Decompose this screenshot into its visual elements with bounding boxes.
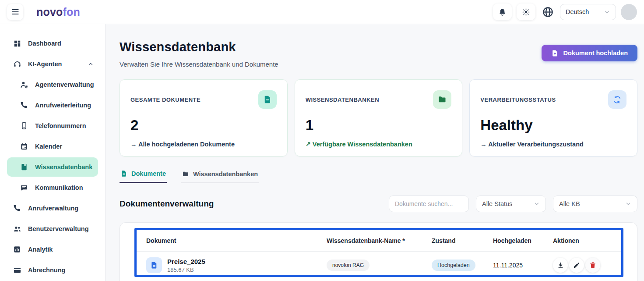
top-header: novofon Deutsch — [0, 0, 644, 24]
theme-toggle-button[interactable] — [517, 4, 535, 20]
phone-icon — [20, 101, 29, 109]
stat-card-knowledge-bases: WISSENSDATENBANKEN 1 ↗ Verfügbare Wissen… — [295, 79, 463, 157]
phone-icon — [13, 204, 22, 212]
uploaded-date: 11.11.2025 — [493, 262, 553, 269]
user-gear-icon — [20, 81, 29, 89]
download-button[interactable] — [553, 258, 568, 273]
table-row[interactable]: Preise_2025 185.67 KB novofon RAG Hochge… — [137, 252, 621, 277]
notifications-button[interactable] — [493, 4, 512, 20]
document-icon — [120, 170, 127, 177]
sidebar-item-label: Wissensdatenbank — [35, 164, 92, 171]
sidebar-item-label: Anrufverwaltung — [28, 205, 78, 212]
stat-label: GESAMTE DOKUMENTE — [130, 96, 277, 103]
edit-button[interactable] — [569, 258, 584, 273]
status-filter-value: Alle Status — [482, 200, 512, 207]
sidebar-item-kalender[interactable]: Kalender — [7, 137, 98, 156]
calendar-icon — [20, 142, 29, 150]
status-badge: Hochgeladen — [432, 260, 475, 271]
dashboard-grid-icon — [13, 39, 22, 48]
sidebar-item-label: KI-Agenten — [28, 60, 62, 68]
tab-wissensdatenbanken[interactable]: Wissensdatenbanken — [181, 170, 259, 183]
sidebar-item-label: Telefonnummern — [35, 122, 86, 129]
stat-footer-link[interactable]: → Aktueller Verarbeitungszustand — [480, 141, 626, 148]
document-icon — [258, 90, 277, 109]
globe-icon[interactable] — [540, 4, 555, 19]
column-header-dokument: Dokument — [146, 237, 327, 244]
sidebar-item-anrufweiterleitung[interactable]: Anrufweiterleitung — [7, 96, 98, 115]
pencil-icon — [573, 262, 580, 269]
sidebar-nav: Dashboard KI-Agenten Agentenverwaltung A… — [0, 24, 106, 281]
page-subtitle: Verwalten Sie Ihre Wissensdatenbank und … — [120, 60, 278, 68]
language-value: Deutsch — [566, 8, 589, 15]
sidebar-item-analytik[interactable]: Analytik — [7, 240, 98, 259]
documents-table-card: Dokument Wissensdatenbank-Name * Zustand… — [120, 222, 637, 281]
sidebar-item-benutzerverwaltung[interactable]: Benutzerverwaltung — [7, 219, 98, 238]
sidebar-item-agentenverwaltung[interactable]: Agentenverwaltung — [7, 75, 98, 94]
stat-card-documents: GESAMTE DOKUMENTE 2 → Alle hochgeladenen… — [120, 79, 288, 157]
user-avatar[interactable] — [621, 4, 637, 20]
sidebar-item-label: Analytik — [28, 246, 53, 253]
tab-label: Dokumente — [131, 170, 166, 177]
sidebar-item-dashboard[interactable]: Dashboard — [7, 34, 98, 53]
tab-label: Wissensdatenbanken — [193, 171, 258, 178]
sidebar-item-label: Kalender — [35, 143, 62, 150]
sidebar-item-kommunikation[interactable]: Kommunikation — [7, 178, 98, 197]
credit-card-icon — [13, 266, 22, 274]
sidebar-item-label: Benutzerverwaltung — [28, 225, 89, 232]
book-icon — [20, 163, 29, 171]
delete-button[interactable] — [585, 258, 600, 273]
users-icon — [13, 225, 22, 233]
highlighted-table-region: Dokument Wissensdatenbank-Name * Zustand… — [134, 228, 623, 277]
headset-icon — [13, 60, 22, 68]
document-name: Preise_2025 — [167, 258, 205, 265]
document-size: 185.67 KB — [167, 267, 205, 273]
sidebar-item-anrufverwaltung[interactable]: Anrufverwaltung — [7, 199, 98, 218]
tab-dokumente[interactable]: Dokumente — [120, 170, 167, 183]
file-upload-icon — [551, 50, 559, 57]
documents-section-title: Dokumentenverwaltung — [120, 199, 214, 209]
sync-icon — [608, 90, 626, 109]
smartphone-icon — [20, 122, 29, 130]
document-search-input[interactable] — [389, 196, 469, 212]
status-filter-select[interactable]: Alle Status — [476, 196, 546, 212]
file-icon — [146, 257, 162, 273]
stat-footer-link[interactable]: → Alle hochgeladenen Dokumente — [130, 141, 277, 148]
folder-icon — [433, 90, 451, 109]
kb-filter-select[interactable]: Alle KB — [553, 196, 637, 212]
bell-icon — [498, 8, 507, 16]
sidebar-item-telefonnummern[interactable]: Telefonnummern — [7, 116, 98, 135]
column-header-aktionen: Aktionen — [553, 237, 621, 244]
sidebar-item-label: Dashboard — [28, 40, 61, 47]
sidebar-item-label: Agentenverwaltung — [35, 81, 94, 88]
stat-footer-link[interactable]: ↗ Verfügbare Wissensdatenbanken — [306, 141, 452, 148]
stat-label: VERARBEITUNGSSTATUS — [480, 96, 626, 103]
sidebar-item-label: Kommunikation — [35, 184, 83, 191]
page-title: Wissensdatenbank — [120, 40, 278, 54]
logo-part2: fon — [63, 6, 80, 18]
column-header-hochgeladen: Hochgeladen — [493, 237, 553, 244]
column-header-kb-name: Wissensdatenbank-Name * — [327, 237, 432, 244]
stat-value: Healthy — [480, 117, 626, 134]
column-header-zustand: Zustand — [432, 237, 493, 244]
language-selector[interactable]: Deutsch — [560, 4, 616, 20]
sidebar-item-label: Abrechnung — [28, 267, 65, 274]
novofon-logo[interactable]: novofon — [36, 6, 80, 18]
stat-label: WISSENSDATENBANKEN — [306, 96, 452, 103]
chevron-down-icon — [534, 201, 540, 207]
tab-bar: Dokumente Wissensdatenbanken — [120, 170, 637, 183]
chat-icon — [20, 184, 29, 192]
bar-chart-icon — [13, 245, 22, 253]
chevron-down-icon — [625, 201, 631, 207]
chevron-down-icon — [604, 9, 610, 15]
sidebar-item-abrechnung[interactable]: Abrechnung — [7, 260, 98, 280]
stat-card-processing-status: VERARBEITUNGSSTATUS Healthy → Aktueller … — [469, 79, 637, 157]
sidebar-item-wissensdatenbank[interactable]: Wissensdatenbank — [7, 157, 98, 177]
sidebar-item-ki-agenten[interactable]: KI-Agenten — [7, 54, 98, 74]
upload-document-button[interactable]: Dokument hochladen — [542, 45, 637, 61]
menu-icon[interactable] — [7, 4, 23, 20]
upload-button-label: Dokument hochladen — [563, 50, 628, 57]
sidebar-item-label: Anrufweiterleitung — [35, 102, 91, 109]
download-icon — [557, 262, 564, 269]
logo-part1: novo — [36, 6, 63, 18]
kb-filter-value: Alle KB — [559, 200, 580, 207]
